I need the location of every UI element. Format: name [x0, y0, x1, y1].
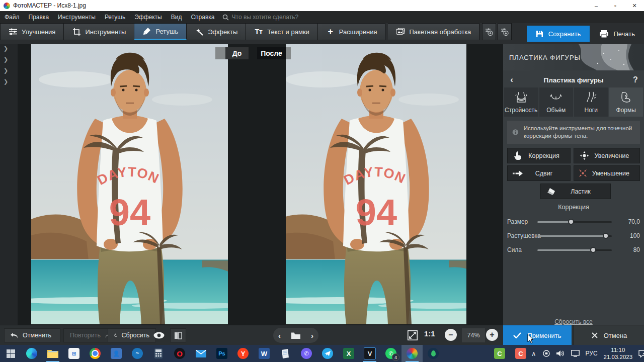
taskbar-egg-app[interactable]	[423, 345, 444, 362]
prev-photo-button[interactable]: ‹	[278, 331, 281, 340]
menu-help[interactable]: Справка	[186, 11, 219, 23]
taskbar-whatsapp[interactable]: ✆ 4	[380, 345, 401, 362]
taskbar-people[interactable]: 👤	[106, 345, 127, 362]
taskbar-chrome[interactable]	[85, 345, 106, 362]
slider-handle[interactable]	[603, 233, 609, 239]
zoom-out-button[interactable]: –	[445, 329, 457, 341]
taskbar-photoshop[interactable]: Ps	[211, 345, 232, 362]
correction-tool-button[interactable]: Коррекция	[507, 148, 571, 163]
reset-button[interactable]: Сбросить	[108, 328, 156, 342]
before-image[interactable]	[31, 44, 228, 324]
slider-handle[interactable]	[590, 247, 596, 253]
taskbar-photomaster[interactable]	[401, 345, 423, 362]
feather-slider[interactable]	[537, 235, 612, 237]
after-image[interactable]	[286, 44, 466, 324]
enlarge-tool-button[interactable]: Увеличение	[574, 148, 640, 163]
help-icon[interactable]: ?	[627, 75, 644, 84]
size-slider[interactable]	[537, 221, 612, 223]
taskbar-opera[interactable]: O	[169, 345, 190, 362]
taskbar-camtasia[interactable]: C	[489, 345, 510, 362]
tab-retouch[interactable]: Ретушь	[134, 23, 187, 40]
menu-effects[interactable]: Эффекты	[130, 11, 167, 23]
camera-tray-icon[interactable]	[542, 350, 550, 357]
tab-shapes[interactable]: Формы	[609, 87, 643, 117]
folder-icon	[47, 349, 58, 358]
back-arrow-icon[interactable]: ‹	[503, 75, 520, 85]
apply-button[interactable]: Применить	[503, 325, 572, 345]
reset-all-link[interactable]: Сбросить все	[503, 318, 644, 325]
fit-screen-button[interactable]	[405, 328, 421, 342]
shift-tool-button[interactable]: Сдвиг	[507, 165, 571, 181]
slider-value: 70,0	[628, 218, 640, 225]
tool-label: Уменьшение	[592, 170, 629, 177]
zoom-in-button[interactable]: +	[486, 329, 498, 341]
batch-processing-button[interactable]: Пакетная обработка	[388, 23, 479, 40]
menu-edit[interactable]: Правка	[24, 11, 54, 23]
menu-tools[interactable]: Инструменты	[53, 11, 100, 23]
speaker-icon[interactable]	[556, 350, 565, 357]
add-preset-button[interactable]	[482, 23, 496, 40]
undo-button[interactable]: Отменить	[4, 328, 60, 342]
taskbar-openoffice[interactable]: ~	[127, 345, 148, 362]
expand-chevron-icon[interactable]: ❯	[4, 56, 8, 63]
close-button[interactable]: ✕	[625, 0, 644, 11]
tab-text-frames[interactable]: Tт Текст и рамки	[246, 23, 318, 40]
contract-icon	[574, 169, 592, 177]
download-preset-button[interactable]	[498, 23, 512, 40]
after-handle[interactable]	[286, 47, 291, 59]
maximize-button[interactable]: ▫	[606, 0, 625, 11]
clock[interactable]: 11:10 21.03.2023	[604, 346, 633, 360]
tray-expand-icon[interactable]: ∧	[531, 350, 536, 357]
zoom-level[interactable]: 74%	[462, 328, 485, 342]
undo-icon	[11, 333, 19, 338]
before-handle[interactable]	[215, 47, 225, 59]
next-photo-button[interactable]: ›	[311, 331, 313, 340]
tab-slimness[interactable]: Стройность	[504, 87, 538, 117]
language-indicator[interactable]: РУС	[586, 350, 598, 357]
cancel-button[interactable]: Отмена	[574, 325, 644, 345]
taskbar-camtasia-red[interactable]: C	[510, 345, 531, 362]
taskbar-calculator[interactable]	[148, 345, 169, 362]
split-compare-button[interactable]	[170, 328, 186, 342]
tab-effects[interactable]: Эффекты	[187, 23, 246, 40]
expand-chevron-icon[interactable]: ❯	[4, 45, 8, 52]
tab-enhancements[interactable]: Улучшения	[0, 23, 64, 40]
expand-chevron-icon[interactable]: ❯	[4, 78, 8, 85]
notification-icon[interactable]	[638, 350, 644, 357]
after-toggle[interactable]: После	[257, 47, 286, 59]
taskbar-edge[interactable]	[21, 345, 42, 362]
tab-extensions[interactable]: + Расширения	[318, 23, 386, 40]
actual-size-button[interactable]: 1:1	[424, 329, 435, 338]
taskbar-explorer[interactable]	[42, 345, 63, 362]
shrink-tool-button[interactable]: Уменьшение	[574, 165, 640, 181]
preview-original-button[interactable]	[151, 328, 167, 342]
menu-file[interactable]: Файл	[0, 11, 24, 23]
taskbar-excel[interactable]: X	[338, 345, 359, 362]
taskbar-store[interactable]: ⊞	[63, 345, 85, 362]
expand-chevron-icon[interactable]: ❯	[4, 67, 8, 74]
tab-volume[interactable]: Объём	[539, 87, 574, 117]
taskbar-vegas[interactable]: V	[359, 345, 380, 362]
taskbar-yandex[interactable]: Y	[232, 345, 254, 362]
folder-icon[interactable]	[291, 332, 300, 339]
network-icon[interactable]	[571, 350, 580, 357]
strength-slider[interactable]	[537, 249, 612, 251]
tab-legs[interactable]: Ноги	[574, 87, 608, 117]
taskbar-telegram[interactable]	[317, 345, 338, 362]
eraser-tool-button[interactable]: Ластик	[540, 184, 611, 199]
minimize-button[interactable]: –	[587, 0, 606, 11]
taskbar-mail[interactable]	[190, 345, 211, 362]
taskbar-notepad[interactable]	[275, 345, 296, 362]
save-button[interactable]: Сохранить	[527, 26, 590, 42]
menu-retouch[interactable]: Ретушь	[100, 11, 130, 23]
start-button[interactable]	[0, 345, 21, 362]
slider-handle[interactable]	[568, 219, 574, 225]
taskbar-word[interactable]: W	[254, 345, 275, 362]
taskbar-viber[interactable]: ✆	[296, 345, 317, 362]
search-box[interactable]: Что вы хотите сделать?	[222, 14, 299, 21]
print-button[interactable]: Печать	[591, 26, 644, 42]
feather-slider-row: Растушевка 100	[507, 231, 640, 241]
before-toggle[interactable]: До	[225, 47, 249, 59]
tab-tools[interactable]: Инструменты	[64, 23, 134, 40]
menu-view[interactable]: Вид	[167, 11, 187, 23]
